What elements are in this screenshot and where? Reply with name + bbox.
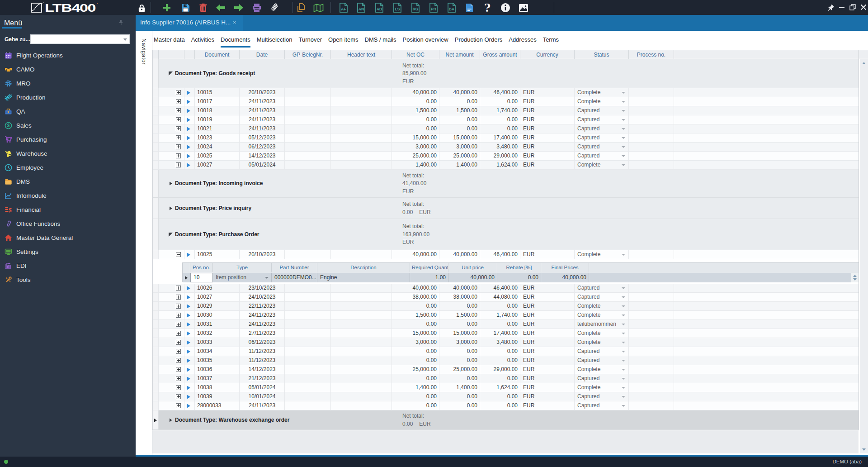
status-dropdown-icon[interactable]: [622, 101, 625, 103]
open-document-icon[interactable]: [187, 109, 190, 113]
expand-detail-icon[interactable]: [176, 99, 181, 104]
grid-row-10037[interactable]: 1003721/12/20230.000.000.00EURCaptured: [153, 374, 859, 383]
grid-row-10023[interactable]: 1002305/12/202315,000.0015,000.0017,400.…: [153, 133, 859, 143]
grid-row-10038[interactable]: 1003805/01/20241,400.001,400.001,624.00E…: [153, 383, 859, 392]
copy-icon[interactable]: [295, 2, 306, 13]
status-dropdown-icon[interactable]: [622, 351, 625, 353]
open-document-icon[interactable]: [187, 395, 190, 399]
tab-close-icon[interactable]: ×: [233, 19, 236, 26]
open-document-icon[interactable]: [187, 386, 190, 390]
open-document-icon[interactable]: [187, 340, 190, 345]
grid-column-header-header-text[interactable]: Header text: [331, 50, 392, 59]
forward-icon[interactable]: [233, 2, 244, 13]
grid-row-10018[interactable]: 1001824/11/20231,500.001,500.001,740.00E…: [153, 106, 859, 115]
document-icon[interactable]: [464, 2, 475, 13]
image-icon[interactable]: [518, 2, 529, 13]
expand-detail-icon[interactable]: [176, 295, 181, 300]
open-document-icon[interactable]: [187, 304, 190, 309]
subgrid-column-header-type[interactable]: Type: [213, 263, 272, 272]
grid-row-10027[interactable]: 1002724/10/202338,000.0038,000.0044,080.…: [153, 293, 859, 302]
expand-detail-icon[interactable]: [176, 403, 181, 408]
open-document-icon[interactable]: [187, 331, 190, 336]
vertical-scrollbar[interactable]: [860, 59, 868, 453]
expand-detail-icon[interactable]: [176, 322, 181, 327]
subgrid-column-header-final-prices[interactable]: Final Prices: [541, 263, 589, 272]
sidebar-item-financial[interactable]: $Financial: [0, 203, 136, 217]
status-dropdown-icon[interactable]: [622, 164, 625, 166]
expand-detail-icon[interactable]: [176, 153, 181, 158]
subgrid-column-header-required-quantity[interactable]: Required Quantity: [410, 263, 448, 272]
help-icon[interactable]: ?: [482, 2, 493, 13]
cell-status[interactable]: Captured: [575, 356, 629, 365]
map-icon[interactable]: [313, 2, 324, 13]
sidebar-item-settings[interactable]: Settings: [0, 245, 136, 259]
cell-status[interactable]: teilübernommen: [575, 320, 629, 329]
status-dropdown-icon[interactable]: [622, 254, 625, 256]
expand-detail-icon[interactable]: [176, 394, 181, 399]
collapse-detail-icon[interactable]: [176, 252, 181, 257]
group-expand-icon[interactable]: [169, 418, 173, 422]
grid-row-10029[interactable]: 1002922/11/20230.000.000.00EURComplete: [153, 302, 859, 311]
tab-activities[interactable]: Activities: [191, 33, 214, 48]
group-expand-icon[interactable]: [169, 181, 173, 186]
grid-column-header-net-oc[interactable]: Net OC: [392, 50, 439, 59]
tab-terms[interactable]: Terms: [543, 33, 559, 48]
grid-row-10034[interactable]: 1003411/12/20230.000.000.00EURCaptured: [153, 347, 859, 356]
grid-row-28000033[interactable]: 2800003324/11/20230.000.000.00EURCapture…: [153, 401, 859, 410]
doc-rg-icon[interactable]: RG: [410, 2, 421, 13]
print-icon[interactable]: [251, 2, 262, 13]
grid-row-10025[interactable]: 1002520/10/202340,000.0040,000.0046,400.…: [153, 250, 859, 259]
sidebar-item-dms[interactable]: DMS: [0, 175, 136, 189]
status-dropdown-icon[interactable]: [622, 137, 625, 139]
open-document-icon[interactable]: [187, 404, 190, 408]
grid-row-10025[interactable]: 1002514/12/202325,000.0025,000.0029,000.…: [153, 152, 859, 161]
grid-column-header-currency[interactable]: Currency: [520, 50, 575, 59]
save-icon[interactable]: [180, 2, 191, 13]
grid-column-header-process-no-[interactable]: Process no.: [629, 50, 674, 59]
close-icon[interactable]: [859, 3, 868, 11]
grid-row-10017[interactable]: 1001724/11/20230.000.000.00EURComplete: [153, 97, 859, 106]
sidebar-item-warehouse[interactable]: Warehouse: [0, 147, 136, 161]
row-spinner[interactable]: [851, 273, 859, 282]
open-document-icon[interactable]: [187, 295, 190, 300]
open-document-icon[interactable]: [187, 358, 190, 363]
open-document-icon[interactable]: [187, 91, 190, 95]
status-dropdown-icon[interactable]: [622, 146, 625, 148]
sidebar-item-production[interactable]: Production: [0, 91, 136, 105]
open-document-icon[interactable]: [187, 163, 190, 167]
expand-detail-icon[interactable]: [176, 144, 181, 149]
sidebar-item-employee[interactable]: Employee: [0, 161, 136, 175]
group-row[interactable]: Document Type: Warehouse exchange orderN…: [153, 410, 859, 430]
open-document-icon[interactable]: [187, 286, 190, 291]
pin-icon[interactable]: [826, 3, 835, 11]
status-dropdown-icon[interactable]: [622, 155, 625, 157]
cell-status[interactable]: Captured: [575, 152, 629, 160]
subgrid-column-header-description[interactable]: Description: [317, 263, 410, 272]
status-dropdown-icon[interactable]: [622, 287, 625, 289]
subgrid-column-header-part-number[interactable]: Part Number: [272, 263, 317, 272]
doc-an-icon[interactable]: AN: [356, 2, 367, 13]
tab-open-items[interactable]: Open items: [328, 33, 358, 48]
status-dropdown-icon[interactable]: [622, 405, 625, 407]
expand-detail-icon[interactable]: [176, 117, 181, 122]
navigator-strip[interactable]: Navigator: [136, 31, 152, 455]
status-dropdown-icon[interactable]: [622, 369, 625, 371]
grid-row-10021[interactable]: 1002124/11/20230.000.000.00EURCaptured: [153, 124, 859, 133]
open-document-icon[interactable]: [187, 253, 190, 257]
sidebar-item-infomodule[interactable]: Infomodule: [0, 189, 136, 203]
grid-row-10031[interactable]: 1003124/11/20230.000.000.00EURteilüberno…: [153, 320, 859, 329]
spin-down-icon[interactable]: [853, 278, 857, 281]
grid-column-header-date[interactable]: Date: [240, 50, 285, 59]
grid-row-10015[interactable]: 1001520/10/202340,000.0040,000.0046,400.…: [153, 88, 859, 97]
goto-combobox[interactable]: [30, 34, 130, 44]
open-document-icon[interactable]: [187, 100, 190, 104]
status-dropdown-icon[interactable]: [622, 342, 625, 343]
grid-row-10027[interactable]: 1002705/01/20241,400.001,400.001,624.00E…: [153, 161, 859, 170]
cell-status[interactable]: Complete: [575, 329, 629, 338]
cell-status[interactable]: Complete: [575, 365, 629, 374]
sidebar-item-purchasing[interactable]: Purchasing: [0, 133, 136, 147]
open-document-icon[interactable]: [187, 349, 190, 354]
cell-status[interactable]: Complete: [575, 88, 629, 97]
sidebar-item-camo[interactable]: CAMO: [0, 62, 136, 76]
back-icon[interactable]: [215, 2, 226, 13]
